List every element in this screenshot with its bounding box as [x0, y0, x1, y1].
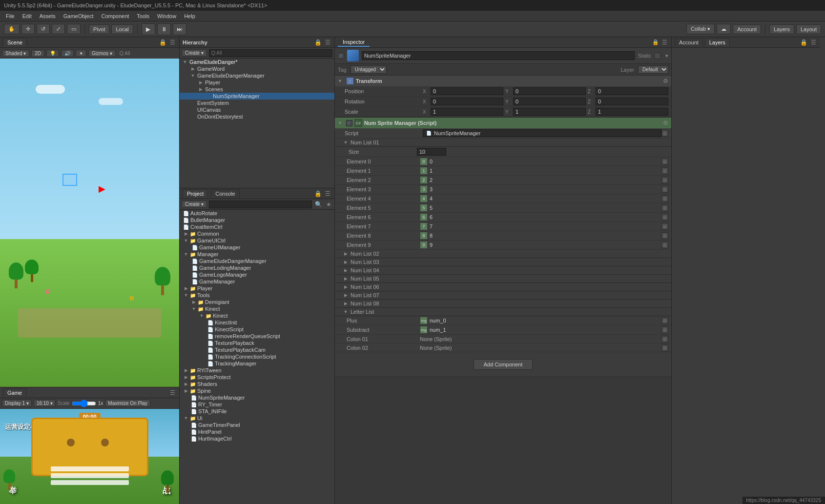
maximize-btn[interactable]: Maximize On Play: [105, 400, 150, 407]
scale-y-input[interactable]: [513, 108, 586, 116]
hand-tool-btn[interactable]: ✋: [4, 24, 20, 34]
proj-gameuictrl[interactable]: ▼ 📁 GameUICtrl: [180, 237, 334, 244]
game-panel-menu[interactable]: ☰: [169, 389, 176, 396]
menu-window[interactable]: Window: [153, 12, 180, 20]
proj-numsprite-script[interactable]: 📄 NumSpriteManager: [180, 394, 334, 401]
scale-z-input[interactable]: [596, 108, 668, 116]
project-tab[interactable]: Project: [183, 189, 208, 198]
proj-demigiant[interactable]: ▶ 📁 Demigiant: [180, 299, 334, 305]
layers-lock[interactable]: 🔒: [799, 39, 808, 46]
numlist04-header[interactable]: ▶ Num List 04: [335, 266, 671, 275]
proj-fav-btn[interactable]: ★: [325, 201, 332, 208]
local-btn[interactable]: Local: [111, 24, 133, 34]
letterlist-header[interactable]: ▼ Letter List: [335, 308, 671, 316]
tag-select[interactable]: Untagged: [351, 65, 387, 74]
proj-bulletmanager[interactable]: 📄 BulletManager: [180, 217, 334, 223]
rot-x-input[interactable]: [431, 98, 503, 105]
transform-settings-btn[interactable]: ⚙: [663, 78, 668, 84]
layout-btn[interactable]: Layout: [796, 24, 821, 34]
menu-tools[interactable]: Tools: [133, 12, 153, 20]
elem8-select[interactable]: ◎: [661, 232, 668, 239]
elem3-select[interactable]: ◎: [661, 186, 668, 193]
colon02-select[interactable]: ◎: [661, 344, 668, 351]
hierarchy-create-btn[interactable]: Create ▾: [182, 49, 207, 57]
proj-geludedanger[interactable]: 📄 GameEludeDangerManager: [180, 258, 334, 264]
hier-player[interactable]: ▶ Player: [180, 79, 334, 86]
pos-y-input[interactable]: [513, 87, 586, 95]
step-btn[interactable]: ⏭: [173, 23, 186, 35]
numlist01-header[interactable]: ▼ Num List 01: [335, 139, 671, 147]
rot-y-input[interactable]: [513, 98, 586, 105]
scene-lights-btn[interactable]: 💡: [46, 50, 59, 57]
proj-search-btn[interactable]: 🔍: [314, 201, 323, 208]
proj-kinect-outer[interactable]: ▼ 📁 Kinect: [180, 305, 334, 312]
proj-shaders[interactable]: ▶ 📁 Shaders: [180, 381, 334, 387]
proj-hurtimagectrl[interactable]: 📄 HurtImageCtrl: [180, 435, 334, 442]
proj-managerfolder[interactable]: ▼ 📁 Manager: [180, 251, 334, 258]
proj-gameuimanager[interactable]: 📄 GameUIManager: [180, 244, 334, 251]
account-tab[interactable]: Account: [675, 38, 703, 46]
elem1-select[interactable]: ◎: [661, 167, 668, 174]
plus-select[interactable]: ◎: [661, 317, 668, 324]
proj-kinectscript[interactable]: 📄 KinectScript: [180, 326, 334, 333]
add-component-btn[interactable]: Add Component: [474, 359, 533, 370]
hier-scenes[interactable]: ▶ Scenes: [180, 86, 334, 93]
object-name-field[interactable]: [362, 51, 635, 60]
rect-tool-btn[interactable]: ▭: [67, 24, 81, 34]
scene-panel-lock[interactable]: 🔒: [158, 39, 167, 46]
numlist02-header[interactable]: ▶ Num List 02: [335, 250, 671, 258]
numlist06-header[interactable]: ▶ Num List 06: [335, 283, 671, 291]
account-btn[interactable]: Account: [733, 24, 761, 34]
collab-btn[interactable]: Collab ▾: [686, 24, 715, 34]
static-dropdown[interactable]: ▾: [665, 53, 668, 59]
scale-tool-btn[interactable]: ⤢: [52, 24, 65, 34]
scene-fx-btn[interactable]: ✦: [76, 50, 86, 57]
transform-header[interactable]: ▼ ↕ Transform ⚙: [335, 76, 671, 86]
proj-creatitem[interactable]: 📄 CreatItemCtrl: [180, 223, 334, 230]
gizmos-btn[interactable]: Gizmos ▾: [88, 50, 116, 57]
game-tab[interactable]: Game: [3, 388, 26, 397]
proj-rytime[interactable]: 📄 RY_Timer: [180, 401, 334, 408]
layers-menu[interactable]: ☰: [810, 39, 817, 46]
layer-select[interactable]: Default: [638, 65, 668, 74]
inspector-lock-btn[interactable]: 🔒: [652, 39, 659, 45]
proj-tools[interactable]: ▼ 📁 Tools: [180, 292, 334, 299]
script-ref-select-btn[interactable]: ◎: [661, 130, 668, 137]
layers-btn[interactable]: Layers: [769, 24, 794, 34]
elem6-select[interactable]: ◎: [661, 214, 668, 221]
rotate-tool-btn[interactable]: ↺: [37, 24, 50, 34]
2d-btn[interactable]: 2D: [31, 50, 44, 57]
hier-eventsystem[interactable]: EventSystem: [180, 100, 334, 106]
scene-tab[interactable]: Scene: [3, 38, 27, 46]
shaded-btn[interactable]: Shaded ▾: [2, 50, 29, 57]
hier-manager[interactable]: ▼ GameEludeDangerManager: [180, 72, 334, 79]
proj-trackingconn[interactable]: 📄 TrackingConnectionScript: [180, 353, 334, 360]
display-dropdown[interactable]: Display 1 ▾: [2, 400, 32, 407]
hier-lock[interactable]: 🔒: [313, 39, 323, 46]
elem2-select[interactable]: ◎: [661, 177, 668, 183]
project-search[interactable]: [209, 201, 312, 208]
console-tab[interactable]: Console: [211, 189, 239, 198]
proj-player[interactable]: ▶ 📁 Player: [180, 285, 334, 292]
proj-gmanager[interactable]: 📄 GameManager: [180, 278, 334, 285]
elem0-select[interactable]: ◎: [661, 158, 668, 165]
numlist08-header[interactable]: ▶ Num List 08: [335, 300, 671, 308]
proj-autorotate[interactable]: 📄 AutoRotate: [180, 210, 334, 217]
rot-z-input[interactable]: [596, 98, 668, 105]
inspector-tab[interactable]: Inspector: [338, 38, 370, 47]
elem5-select[interactable]: ◎: [661, 204, 668, 211]
proj-gametimerpanel[interactable]: 📄 GameTimerPanel: [180, 422, 334, 428]
hierarchy-root[interactable]: ▼ GameEludeDanger*: [180, 59, 334, 65]
hierarchy-search[interactable]: [209, 49, 332, 57]
pause-btn[interactable]: ⏸: [157, 23, 171, 35]
hier-ondont[interactable]: OnDontDestorytest: [180, 113, 334, 120]
hier-numsprite[interactable]: NumSpriteManager: [180, 93, 334, 100]
menu-component[interactable]: Component: [97, 12, 133, 20]
proj-spine[interactable]: ▶ 📁 Spine: [180, 387, 334, 394]
layers-tab[interactable]: Layers: [705, 38, 730, 46]
proj-removerender[interactable]: 📄 removeRenderQueueScript: [180, 333, 334, 340]
script-active-checkbox[interactable]: [346, 120, 352, 126]
script-settings-btn[interactable]: ⚙: [663, 120, 668, 126]
menu-help[interactable]: Help: [180, 12, 199, 20]
proj-texplaybackcam[interactable]: 📄 TexturePlaybackCam: [180, 346, 334, 353]
